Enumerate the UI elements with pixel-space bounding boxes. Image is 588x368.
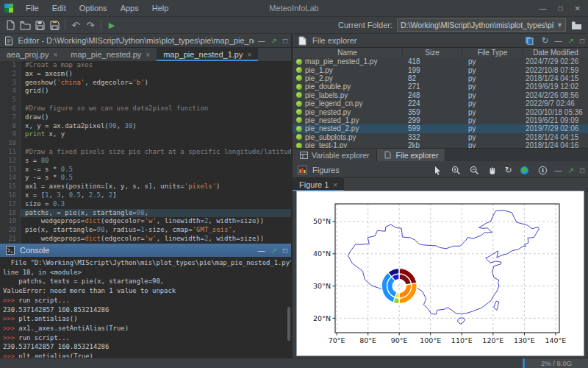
code-line-10[interactable]: 10: [0, 139, 291, 148]
file-explorer-icon: [296, 35, 309, 46]
close-figure-icon[interactable]: ×: [333, 181, 337, 189]
close-tab-icon[interactable]: ×: [54, 51, 58, 59]
code-line-2[interactable]: 2ax = axesm(): [0, 70, 291, 79]
python-file-icon: [296, 109, 302, 115]
code-line-17[interactable]: 17size = 0.3: [0, 200, 291, 209]
console-detach-icon[interactable]: ↗: [271, 247, 277, 255]
chevron-down-icon[interactable]: ▼: [553, 21, 565, 29]
figure-tab[interactable]: Figure 1 ×: [293, 178, 344, 191]
column-header-file-type[interactable]: File Type: [462, 48, 523, 57]
window-close-button[interactable]: ✕: [575, 4, 581, 13]
file-row-pie_double.py[interactable]: pie_double.py271py2019/6/19 12:02: [293, 82, 588, 91]
bottom-tab-variable-explorer[interactable]: Variable explorer: [293, 149, 377, 161]
globe-icon[interactable]: [518, 164, 531, 176]
explorer-bottom-tabs: Variable explorerFile explorer: [293, 148, 588, 161]
close-tab-icon[interactable]: ×: [247, 51, 251, 59]
zoom-in-icon[interactable]: [450, 164, 462, 176]
code-line-14[interactable]: 14y -= s * 0.5: [0, 174, 291, 183]
editor-minimize-icon[interactable]: —: [258, 37, 265, 45]
info-icon[interactable]: i: [537, 164, 549, 176]
code-line-6[interactable]: 6#Draw figure so we can use data2pixel f…: [0, 105, 291, 113]
close-tab-icon[interactable]: ×: [146, 51, 150, 59]
editor-detach-icon[interactable]: ↗: [271, 37, 277, 45]
code-editor[interactable]: 1#Creat a map axes2ax = axesm()3geoshow(…: [0, 61, 291, 244]
refresh-icon[interactable]: ↻: [542, 35, 549, 46]
file-row-pie_labels.py[interactable]: pie_labels.py248py2024/2/26 08:56: [293, 91, 588, 99]
run-script-button[interactable]: ▶: [104, 18, 119, 32]
file-row-pie_nested_2.py[interactable]: pie_nested_2.py599py2019/7/29 02:06: [293, 124, 588, 132]
menu-apps[interactable]: Apps: [114, 4, 146, 13]
figures-maximize-icon[interactable]: □: [580, 166, 584, 174]
editor-maximize-icon[interactable]: □: [283, 37, 287, 45]
file-row-pie_nested.py[interactable]: pie_nested.py359py2020/10/18 05:36: [293, 107, 588, 116]
current-folder-combo[interactable]: D:\Working\MIScript\Jython\mis\plot_type…: [397, 18, 566, 32]
menu-options[interactable]: Options: [73, 4, 114, 13]
svg-text:30°N: 30°N: [313, 282, 331, 290]
window-minimize-button[interactable]: —: [539, 4, 547, 13]
code-line-20[interactable]: 20pie(x, startangle=90, radius=1-size, c…: [0, 226, 291, 235]
file-explorer-detach-icon[interactable]: ↗: [568, 37, 574, 45]
code-line-12[interactable]: 12s = 80: [0, 157, 291, 166]
menu-help[interactable]: Help: [146, 4, 176, 13]
status-bar: 2% / 8.0G: [0, 358, 588, 368]
figures-minimize-icon[interactable]: —: [555, 166, 562, 174]
pan-hand-icon[interactable]: [487, 164, 499, 176]
code-line-16[interactable]: 16x = [1, 3, 0.5, 2.5, 2]: [0, 191, 291, 200]
console-line: >>> ax1._axes.setAntiAlias(True): [3, 324, 291, 333]
file-explorer-minimize-icon[interactable]: —: [555, 37, 562, 45]
column-header-name[interactable]: Name: [293, 48, 403, 57]
menu-edit[interactable]: Edit: [46, 4, 73, 13]
code-line-19[interactable]: 19 wedgeprops=dict(edgecolor='w', linewi…: [0, 217, 291, 226]
figures-detach-icon[interactable]: ↗: [568, 166, 574, 174]
figure-canvas[interactable]: 70°E80°E90°E100°E110°E120°E130°E140°E20°…: [296, 191, 584, 356]
open-folder-button[interactable]: [18, 18, 32, 32]
column-header-date-modified[interactable]: Date Modified: [523, 48, 588, 57]
window-maximize-button[interactable]: □: [559, 4, 563, 13]
code-line-7[interactable]: 7draw(): [0, 113, 291, 122]
column-header-size[interactable]: Size: [403, 48, 462, 57]
code-line-3[interactable]: 3geoshow('china', edgecolor='b'): [0, 79, 291, 88]
code-line-5[interactable]: 5: [0, 96, 291, 105]
console-line: >>> plt.antialias(): [3, 314, 291, 324]
code-line-13[interactable]: 13x -= s * 0.5: [0, 166, 291, 174]
file-row-pie_2.py[interactable]: pie_2.py82py2018/1/24 04:15: [293, 74, 588, 82]
file-row-pie_legend_cn.py[interactable]: pie_legend_cn.py224py2022/9/7 02:46: [293, 99, 588, 107]
console-output[interactable]: File "D:\Working\MIScript\Jython\mis\plo…: [0, 257, 291, 358]
code-line-21[interactable]: 21 wedgeprops=dict(edgecolor='w', linewi…: [0, 235, 291, 244]
console-maximize-icon[interactable]: □: [283, 247, 287, 255]
console-scrollbar[interactable]: [287, 307, 290, 341]
rotate-tool-icon[interactable]: ↻: [505, 165, 512, 175]
cursor-tool-icon[interactable]: [431, 164, 444, 176]
code-line-9[interactable]: 9print x, y: [0, 130, 291, 139]
console-minimize-icon[interactable]: —: [258, 247, 265, 255]
save-as-button[interactable]: [47, 18, 62, 32]
memory-usage-badge: 2% / 8.0G: [523, 358, 588, 368]
file-row-pie_1.py[interactable]: pie_1.py199py2022/10/8 07:59: [293, 66, 588, 74]
copy-path-icon[interactable]: [523, 35, 536, 46]
redo-button[interactable]: ↷: [83, 18, 98, 32]
python-file-icon: [296, 75, 302, 81]
file-row-pie_subplots.py[interactable]: pie_subplots.py332py2018/1/24 04:15: [293, 133, 588, 141]
zoom-out-icon[interactable]: [468, 164, 481, 176]
file-row-pie_nested_1.py[interactable]: pie_nested_1.py299py2019/6/21 09:09: [293, 116, 588, 124]
code-line-15[interactable]: 15ax1 = axes(position=[x, y, s, s], unit…: [0, 183, 291, 191]
new-file-button[interactable]: [3, 18, 18, 32]
code-line-18[interactable]: 18patchs, = pie(x, startangle=90,: [0, 209, 291, 218]
code-line-4[interactable]: 4grid(): [0, 87, 291, 96]
editor-panel-header: Editor - D:\Working\MIScript\Jython\mis\…: [0, 34, 291, 48]
file-explorer-maximize-icon[interactable]: □: [580, 37, 584, 45]
code-line-11[interactable]: 11#Draw a fixed pixels size pie chart at…: [0, 148, 291, 157]
editor-tab-map_pie_nested.py[interactable]: map_pie_nested.py×: [64, 48, 157, 61]
save-button[interactable]: [32, 18, 47, 32]
file-table-rows: map_pie_nested_1.py418py2024/7/29 02:26p…: [293, 57, 588, 149]
file-row-map_pie_nested_1.py[interactable]: map_pie_nested_1.py418py2024/7/29 02:26: [293, 57, 588, 66]
editor-tab-aea_proj.py[interactable]: aea_proj.py×: [0, 48, 64, 61]
python-file-icon: [296, 117, 302, 123]
browse-folder-button[interactable]: [569, 18, 584, 32]
code-line-8[interactable]: 8x, y = ax.data2pixel(90, 30): [0, 122, 291, 131]
code-line-1[interactable]: 1#Creat a map axes: [0, 61, 291, 70]
editor-tab-map_pie_nested_1.py[interactable]: map_pie_nested_1.py×: [157, 48, 258, 61]
bottom-tab-file-explorer[interactable]: File explorer: [377, 149, 446, 161]
undo-button[interactable]: ↶: [68, 18, 83, 32]
menu-file[interactable]: File: [19, 4, 46, 13]
